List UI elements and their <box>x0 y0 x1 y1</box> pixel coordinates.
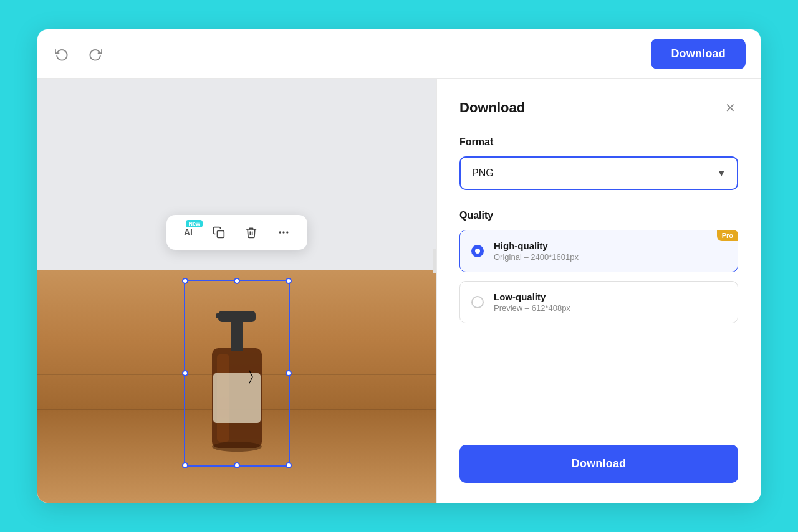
copy-layer-button[interactable] <box>205 221 233 244</box>
svg-point-1 <box>279 232 281 233</box>
quality-option-low[interactable]: Low-quality Preview – 612*408px <box>459 281 738 323</box>
handle-mid-left[interactable] <box>182 370 188 376</box>
selection-box <box>184 280 290 467</box>
pro-badge: Pro <box>717 230 738 241</box>
more-options-button[interactable] <box>270 221 297 244</box>
ai-button[interactable]: AI New <box>176 222 200 242</box>
toolbar: Download <box>37 29 761 79</box>
handle-bot-left[interactable] <box>182 462 188 468</box>
delete-button[interactable] <box>238 221 265 244</box>
format-value: PNG <box>472 168 494 179</box>
radio-high <box>471 245 484 257</box>
format-section: Format PNG ▼ <box>459 136 738 210</box>
close-panel-button[interactable]: ✕ <box>723 99 738 116</box>
svg-point-3 <box>287 232 288 233</box>
quality-detail-high: Original – 2400*1601px <box>494 252 579 262</box>
download-panel-button[interactable]: Download <box>459 445 738 483</box>
format-dropdown-wrapper: PNG ▼ <box>459 156 738 190</box>
download-header-button[interactable]: Download <box>651 39 746 69</box>
handle-mid-right[interactable] <box>286 370 292 376</box>
format-dropdown[interactable]: PNG ▼ <box>459 156 738 190</box>
svg-rect-0 <box>218 230 224 237</box>
quality-section: Quality High-quality Original – 2400*160… <box>459 210 738 343</box>
canvas-area: AI New <box>37 79 436 503</box>
main-content: AI New <box>37 79 761 503</box>
quality-option-high[interactable]: High-quality Original – 2400*1601px Pro <box>459 230 738 272</box>
radio-low <box>471 296 484 308</box>
chevron-down-icon: ▼ <box>717 168 726 178</box>
quality-name-high: High-quality <box>494 240 579 251</box>
handle-bot-right[interactable] <box>286 462 292 468</box>
quality-text-high: High-quality Original – 2400*1601px <box>494 240 579 262</box>
undo-button[interactable] <box>52 45 71 64</box>
app-window: Download AI New <box>37 29 761 503</box>
radio-inner-high <box>475 249 480 254</box>
download-panel: Download ✕ Format PNG ▼ Quality <box>436 79 761 503</box>
quality-text-low: Low-quality Preview – 612*408px <box>494 292 570 313</box>
panel-title: Download <box>459 100 525 116</box>
quality-detail-low: Preview – 612*408px <box>494 303 570 313</box>
handle-top-mid[interactable] <box>234 278 240 284</box>
ai-icon: AI <box>184 227 193 237</box>
handle-top-left[interactable] <box>182 278 188 284</box>
quality-options: High-quality Original – 2400*1601px Pro … <box>459 230 738 323</box>
panel-drag-handle[interactable] <box>433 249 436 273</box>
redo-button[interactable] <box>86 45 105 64</box>
handle-top-right[interactable] <box>286 278 292 284</box>
format-label: Format <box>459 136 738 148</box>
quality-name-low: Low-quality <box>494 292 570 302</box>
bottle-container <box>193 286 281 460</box>
svg-point-2 <box>283 232 284 233</box>
handle-bot-mid[interactable] <box>234 462 240 468</box>
toolbar-left <box>52 45 105 64</box>
floating-toolbar: AI New <box>166 215 307 250</box>
panel-header: Download ✕ <box>459 99 738 116</box>
quality-label: Quality <box>459 210 738 221</box>
new-badge: New <box>186 220 203 227</box>
